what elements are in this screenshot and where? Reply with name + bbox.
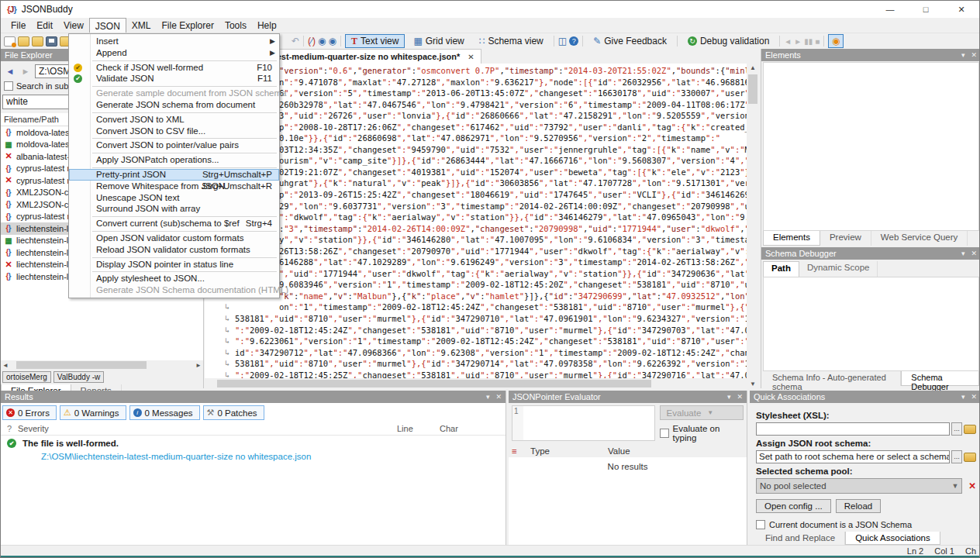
scroll-up-icon[interactable]: ▲ <box>747 64 759 71</box>
nav-back-icon[interactable]: ◄ <box>4 66 16 77</box>
browse-stylesheet-button[interactable]: ... <box>951 422 962 436</box>
menu-item-surround-json-with-array[interactable]: Surround JSON with array <box>69 203 279 215</box>
schema-view-button[interactable]: ∷ Schema view <box>473 34 550 48</box>
menubar-item-help[interactable]: Help <box>252 18 282 33</box>
text-view-button[interactable]: T Text view <box>345 34 405 48</box>
debug-validation-button[interactable]: ↻ Debug validation <box>682 34 775 48</box>
result-file-path[interactable]: Z:\OSM\liechtenstein-latest-medium-quart… <box>1 450 506 461</box>
give-feedback-button[interactable]: ✎ Give Feedback <box>587 34 673 48</box>
run-icon[interactable]: ► <box>794 37 802 46</box>
menubar-item-xml[interactable]: XML <box>126 18 157 33</box>
split-view-icon[interactable]: ◫ <box>558 36 567 46</box>
value-column[interactable]: Value <box>608 446 630 456</box>
button-ortoisemerg[interactable]: ortoiseMerg <box>2 371 51 383</box>
tab-web-service-query[interactable]: Web Service Query <box>871 231 968 246</box>
open-folder-icon[interactable] <box>32 36 43 46</box>
breakpoint-button[interactable]: ◉ <box>828 34 844 48</box>
schema-pool-dropdown[interactable]: No pool selected ▼ <box>756 478 962 494</box>
panel-menu-icon[interactable]: ▾ <box>727 393 731 401</box>
panel-menu-icon[interactable]: ▾ <box>961 51 965 59</box>
filter-0-warnings[interactable]: ⚠0 Warnings <box>60 405 126 420</box>
menu-item-unescape-json-text[interactable]: Unescape JSON text <box>69 192 279 204</box>
panel-close-icon[interactable]: ✕ <box>971 393 977 401</box>
minimize-button[interactable]: — <box>872 1 908 18</box>
close-button[interactable]: ✕ <box>944 1 979 18</box>
scroll-left-icon[interactable]: ◄ <box>1 362 10 369</box>
scroll-right-icon[interactable]: ► <box>194 362 203 369</box>
file-list-hscrollbar[interactable]: ◄ ► <box>1 360 203 370</box>
root-schema-input[interactable]: Set path to root schema here or select a… <box>756 450 950 463</box>
editor-code[interactable]: "version":"0.6","generator":"osmconvert … <box>235 65 747 378</box>
menu-item-convert-json-to-xml[interactable]: Convert JSON to XML <box>69 114 279 126</box>
save-icon[interactable] <box>46 36 57 46</box>
filter-0-errors[interactable]: ✕0 Errors <box>2 405 57 420</box>
menubar-item-view[interactable]: View <box>58 18 89 33</box>
pause-icon[interactable]: ▮▮ <box>804 37 813 46</box>
brackets-icon[interactable]: (∕) <box>308 36 316 46</box>
editor-vscrollbar[interactable]: ▲ ▼ <box>747 64 759 388</box>
step-back-icon[interactable]: ◄ <box>784 37 792 46</box>
menu-item-validate-json[interactable]: Validate JSON✔F11 <box>69 73 279 84</box>
undo-icon[interactable]: ↶ <box>292 36 299 46</box>
help-icon[interactable]: ? <box>569 36 578 46</box>
menu-item-remove-whitespace-from-json[interactable]: Remove Whitespace from JSONStrg+Umschalt… <box>69 181 279 192</box>
grid-view-button[interactable]: ▦ Grid view <box>407 34 470 48</box>
menu-item-apply-stylesheet-to-json[interactable]: Apply stylesheet to JSON... <box>69 273 279 284</box>
current-doc-schema-checkbox[interactable] <box>756 520 765 529</box>
menubar-item-edit[interactable]: Edit <box>31 18 58 33</box>
panel-menu-icon[interactable]: ▾ <box>961 250 965 257</box>
panel-menu-icon[interactable]: ▾ <box>486 393 490 401</box>
new-file-icon[interactable] <box>4 36 16 46</box>
menu-item-check-if-json-well-formed[interactable]: Check if JSON well-formed✔F10 <box>69 62 279 74</box>
menubar-item-json[interactable]: JSON <box>89 18 126 33</box>
tab-dynamic-scope[interactable]: Dynamic Scope <box>799 261 878 277</box>
menu-item-pretty-print-json[interactable]: Pretty-print JSONStrg+Umschalt+P <box>69 169 279 181</box>
type-column[interactable]: Type <box>530 446 608 456</box>
bookmark-next-icon[interactable]: ◉ <box>329 36 336 46</box>
result-row[interactable]: ✔ The file is well-formed. <box>1 436 506 450</box>
editor-hscrollbar[interactable] <box>205 379 747 388</box>
tab-preview[interactable]: Preview <box>820 231 871 246</box>
stop-icon[interactable]: ■ <box>815 37 820 46</box>
tab-close-icon[interactable]: ✕ <box>468 53 474 61</box>
menu-item-insert[interactable]: Insert▶ <box>69 36 279 47</box>
menubar-item-file-explorer[interactable]: File Explorer <box>157 18 219 33</box>
filter-0-messages[interactable]: i0 Messages <box>129 405 200 420</box>
tab-schema-debugger[interactable]: Schema Debugger <box>901 371 979 386</box>
text-editor[interactable]: 1↳↳↳↳↳↳↳↳↳↳↳↳↳↳↳↳↳↳↳↳↳↳↳↳↳↳↳↳↳ "version"… <box>205 64 747 378</box>
search-subfolders-checkbox[interactable] <box>4 81 13 91</box>
bookmark-icon[interactable]: ◉ <box>318 36 326 46</box>
scroll-down-icon[interactable]: ▼ <box>747 381 759 388</box>
menu-item-open-json-validator-custom-formats[interactable]: Open JSON validator custom formats <box>69 232 279 244</box>
tab-schema-info-auto-generated-schema[interactable]: Schema Info - Auto-generated schema <box>763 371 901 386</box>
panel-close-icon[interactable]: ✕ <box>495 393 502 401</box>
menu-item-convert-current-sub-schema-to-ref[interactable]: Convert current (sub)schema to $refStrg+… <box>69 218 279 229</box>
menu-item-generate-json-schema-from-document[interactable]: Generate JSON schema from document <box>69 99 279 111</box>
panel-close-icon[interactable]: ✕ <box>971 250 977 257</box>
menu-item-display-json-pointer-in-status-line[interactable]: Display JSON pointer in status line <box>69 259 279 270</box>
browse-schema-button[interactable]: ... <box>951 450 962 463</box>
tab-find-and-replace[interactable]: Find and Replace <box>756 532 845 545</box>
stylesheet-input[interactable] <box>756 422 950 436</box>
menu-item-reload-json-validator-custom-formats[interactable]: Reload JSON validator custom formats <box>69 244 279 256</box>
menu-item-apply-jsonpatch-operations[interactable]: Apply JSONPatch operations... <box>69 154 279 166</box>
panel-menu-icon[interactable]: ▾ <box>961 393 965 401</box>
tab-path[interactable]: Path <box>763 261 799 277</box>
panel-close-icon[interactable]: ✕ <box>737 393 743 401</box>
menubar-item-tools[interactable]: Tools <box>219 18 252 33</box>
menubar-item-file[interactable]: File <box>5 18 31 33</box>
evaluate-on-typing-checkbox[interactable] <box>660 429 669 438</box>
open-schema-folder-icon[interactable] <box>964 453 976 462</box>
tab-quick-associations[interactable]: Quick Associations <box>845 532 940 545</box>
menu-item-convert-json-to-csv-file[interactable]: Convert JSON to CSV file... <box>69 126 279 137</box>
open-file-icon[interactable] <box>18 36 29 46</box>
line-column[interactable]: Line <box>397 424 440 433</box>
nav-forward-icon[interactable]: ► <box>19 66 32 77</box>
clear-pool-icon[interactable]: ✕ <box>968 480 976 491</box>
char-column[interactable]: Char <box>440 424 506 433</box>
panel-close-icon[interactable]: ✕ <box>971 51 977 59</box>
button-valbuddy-w[interactable]: ValBuddy -w <box>53 371 104 383</box>
jsonpointer-input[interactable]: 1 <box>512 405 655 441</box>
tab-elements[interactable]: Elements <box>763 231 820 246</box>
menu-item-convert-json-to-pointer-value-pairs[interactable]: Convert JSON to pointer/value pairs <box>69 140 279 151</box>
